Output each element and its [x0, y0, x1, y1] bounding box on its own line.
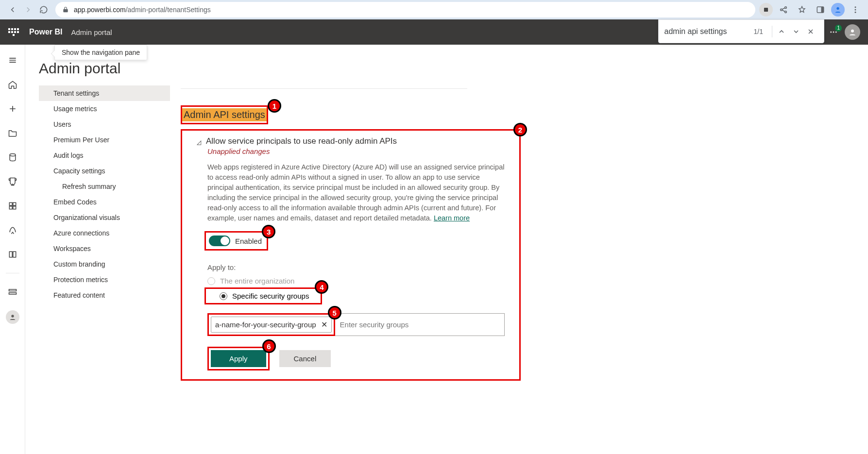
- divider: [181, 88, 467, 89]
- reload-button[interactable]: [36, 2, 51, 17]
- settings-nav: Tenant settings Usage metrics Users Prem…: [39, 85, 170, 381]
- nav-azure-connections[interactable]: Azure connections: [39, 225, 170, 241]
- nav-refresh-summary[interactable]: Refresh summary: [39, 179, 170, 194]
- breadcrumb[interactable]: Admin portal: [71, 28, 112, 36]
- back-button[interactable]: [5, 2, 20, 17]
- content-area: Show the navigation pane Admin portal Te…: [25, 45, 868, 454]
- nav-usage-metrics[interactable]: Usage metrics: [39, 101, 170, 117]
- star-icon[interactable]: [794, 2, 810, 17]
- radio-entire-org: The entire organization: [207, 275, 505, 286]
- url-text: app.powerbi.com/admin-portal/tenantSetti…: [74, 6, 211, 14]
- user-avatar[interactable]: [845, 24, 860, 40]
- app-topbar: Power BI Admin portal 1/1 1: [0, 19, 868, 45]
- radio-specific-groups[interactable]: Specific security groups: [220, 290, 309, 302]
- svg-point-21: [11, 315, 14, 317]
- svg-point-14: [10, 154, 16, 156]
- find-input[interactable]: [664, 27, 747, 36]
- apps-icon[interactable]: [4, 197, 21, 215]
- security-group-chip[interactable]: a-name-for-your-security-group ✕: [211, 317, 332, 333]
- find-next-button[interactable]: [789, 24, 803, 39]
- annotation-5: 5 a-name-for-your-security-group ✕: [207, 313, 335, 336]
- workspaces-icon[interactable]: [4, 283, 21, 301]
- overflow-icon[interactable]: [848, 2, 863, 17]
- svg-point-9: [855, 12, 856, 13]
- learn-more-link[interactable]: Learn more: [434, 214, 470, 222]
- annotation-badge-1: 1: [268, 99, 281, 113]
- app-body: Show the navigation pane Admin portal Te…: [0, 45, 868, 454]
- nav-featured-content[interactable]: Featured content: [39, 287, 170, 303]
- nav-users[interactable]: Users: [39, 117, 170, 132]
- find-in-page-bar: 1/1: [658, 19, 824, 43]
- svg-rect-17: [9, 206, 12, 209]
- nav-audit-logs[interactable]: Audit logs: [39, 148, 170, 163]
- svg-point-8: [855, 9, 856, 11]
- nav-org-visuals[interactable]: Organizational visuals: [39, 210, 170, 225]
- svg-point-6: [836, 7, 839, 10]
- collapse-icon[interactable]: ◿: [197, 139, 201, 146]
- svg-rect-5: [821, 7, 824, 13]
- chip-remove-icon[interactable]: ✕: [321, 320, 327, 329]
- settings-panel: 1 Admin API settings 2 ◿ Allow service p…: [181, 85, 521, 381]
- lock-icon: [62, 6, 69, 13]
- svg-point-13: [851, 30, 854, 33]
- svg-point-11: [833, 32, 834, 33]
- nav-embed-codes[interactable]: Embed Codes: [39, 194, 170, 210]
- apply-to-label: Apply to:: [207, 263, 505, 271]
- url-bar[interactable]: app.powerbi.com/admin-portal/tenantSetti…: [55, 2, 755, 17]
- app-launcher-icon[interactable]: [8, 26, 19, 38]
- enabled-toggle[interactable]: [209, 235, 230, 246]
- apply-button[interactable]: Apply: [211, 350, 266, 367]
- left-rail: [0, 45, 25, 454]
- svg-point-10: [830, 32, 832, 33]
- home-icon[interactable]: [4, 76, 21, 93]
- svg-rect-19: [9, 289, 16, 291]
- sidepanel-icon[interactable]: [813, 2, 828, 17]
- notification-badge: 1: [835, 25, 842, 32]
- find-prev-button[interactable]: [774, 24, 789, 39]
- profile-avatar[interactable]: [831, 3, 845, 17]
- nav-capacity-settings[interactable]: Capacity settings: [39, 163, 170, 179]
- annotation-badge-6: 6: [262, 339, 276, 353]
- metrics-icon[interactable]: [4, 173, 21, 190]
- svg-rect-20: [9, 293, 16, 294]
- annotation-badge-4: 4: [315, 280, 328, 294]
- svg-rect-15: [9, 202, 12, 205]
- browser-chrome: app.powerbi.com/admin-portal/tenantSetti…: [0, 0, 868, 19]
- annotation-2: 2 ◿ Allow service principals to use read…: [181, 129, 521, 381]
- find-count: 1/1: [754, 28, 763, 35]
- svg-rect-16: [13, 202, 16, 205]
- nav-custom-branding[interactable]: Custom branding: [39, 256, 170, 272]
- hamburger-icon[interactable]: [4, 51, 21, 69]
- overflow-menu[interactable]: 1: [829, 28, 838, 36]
- svg-rect-18: [13, 206, 16, 209]
- nav-tenant-settings[interactable]: Tenant settings: [39, 85, 170, 101]
- annotation-6: 6 Apply: [207, 347, 270, 370]
- learn-icon[interactable]: [4, 246, 21, 263]
- svg-rect-0: [764, 8, 768, 12]
- find-close-button[interactable]: [803, 24, 818, 39]
- annotation-3: 3 Enabled: [204, 231, 268, 251]
- extension-icon[interactable]: [759, 3, 773, 17]
- annotation-badge-2: 2: [513, 123, 527, 136]
- deployment-icon[interactable]: [4, 221, 21, 239]
- data-hub-icon[interactable]: [4, 149, 21, 166]
- annotation-badge-5: 5: [328, 306, 341, 319]
- share-icon[interactable]: [776, 2, 791, 17]
- section-heading: Admin API settings: [182, 108, 267, 121]
- browse-icon[interactable]: [4, 124, 21, 142]
- brand: Power BI: [29, 28, 62, 36]
- svg-point-7: [855, 6, 856, 8]
- create-icon[interactable]: [4, 100, 21, 118]
- unapplied-label: Unapplied changes: [207, 147, 505, 155]
- nav-workspaces[interactable]: Workspaces: [39, 241, 170, 256]
- cancel-button[interactable]: Cancel: [279, 350, 331, 367]
- nav-tooltip: Show the navigation pane: [54, 45, 147, 60]
- nav-premium-per-user[interactable]: Premium Per User: [39, 132, 170, 148]
- forward-button[interactable]: [20, 2, 36, 17]
- security-groups-input[interactable]: [335, 313, 505, 336]
- toggle-label: Enabled: [235, 237, 262, 245]
- annotation-4: 4 Specific security groups: [204, 287, 322, 304]
- annotation-1: 1 Admin API settings: [181, 105, 268, 124]
- my-workspace-icon[interactable]: [6, 310, 19, 324]
- nav-protection-metrics[interactable]: Protection metrics: [39, 272, 170, 287]
